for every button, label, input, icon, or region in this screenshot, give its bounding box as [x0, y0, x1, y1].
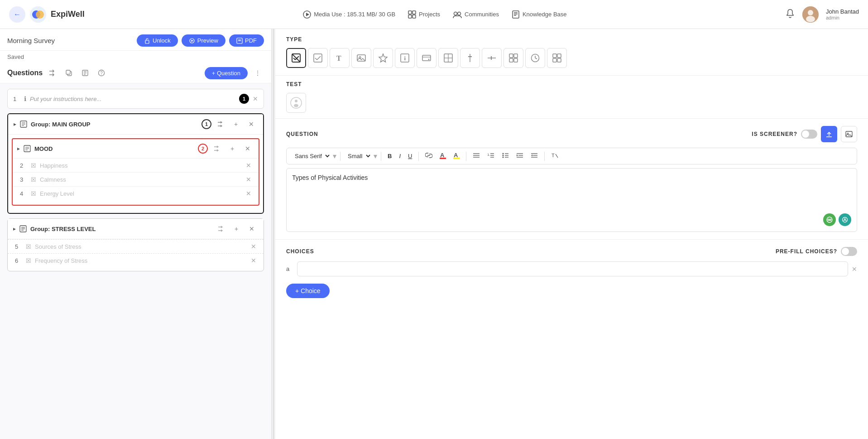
type-star-icon[interactable] [373, 48, 393, 68]
topnav: ← ExpiWell Media Use : 185.31 MB/ 30 GB … [0, 0, 868, 29]
type-photo-icon[interactable] [351, 48, 371, 68]
group-stress-name: Group: STRESS LEVEL [30, 226, 96, 232]
svg-text:A: A [440, 152, 445, 159]
knowledge-base-nav[interactable]: Knowledge Base [512, 10, 567, 19]
close-choice-a[interactable]: ✕ [852, 265, 857, 273]
prefill-group: PRE-FILL CHOICES? [776, 247, 857, 256]
panel-separator [272, 29, 275, 439]
subgroup-mood-close[interactable]: ✕ [241, 142, 254, 155]
svg-text:T: T [336, 54, 341, 62]
survey-header: Morning Survey Unlock Preview PDF [0, 29, 271, 51]
font-family-select[interactable]: Sans Serif [291, 151, 331, 161]
type-text-icon[interactable]: T [330, 48, 350, 68]
underline-btn[interactable]: U [405, 152, 415, 160]
subgroup-mood-shuffle[interactable] [211, 142, 223, 155]
subgroup-mood-chevron[interactable]: ▸ [17, 145, 20, 152]
bell-icon[interactable] [785, 8, 795, 20]
screener-toggle[interactable] [801, 130, 817, 139]
question-textarea[interactable]: Types of Physical Activities [292, 174, 851, 210]
type-icons-row: T i [286, 48, 857, 68]
preview-button[interactable]: Preview [182, 34, 225, 47]
ai-btn[interactable] [839, 213, 851, 226]
screener-upload-btn[interactable] [821, 126, 837, 142]
type-clock-icon[interactable] [525, 48, 545, 68]
left-panel: Morning Survey Unlock Preview PDF Saved [0, 29, 272, 439]
group-main-add[interactable]: + [230, 118, 242, 130]
svg-line-72 [535, 58, 537, 59]
shuffle-icon[interactable] [46, 67, 59, 79]
questions-header: Questions ? + Question ⋮ [0, 63, 271, 83]
type-grid-icon[interactable] [438, 48, 458, 68]
svg-rect-74 [557, 54, 561, 58]
saved-label: Saved [0, 51, 271, 63]
close-calmness[interactable]: ✕ [246, 176, 251, 183]
type-check-icon[interactable] [308, 48, 328, 68]
test-placeholder-icon[interactable] [286, 93, 306, 113]
type-info-icon[interactable]: i [395, 48, 415, 68]
question-textarea-wrapper[interactable]: Types of Physical Activities [286, 168, 857, 232]
close-frequency[interactable]: ✕ [251, 257, 256, 264]
clear-format-btn[interactable]: T [548, 151, 561, 161]
close-happiness[interactable]: ✕ [246, 162, 251, 169]
translate-btn[interactable] [823, 213, 836, 226]
copy-icon[interactable] [62, 67, 75, 79]
group-main-chevron[interactable]: ▸ [14, 121, 16, 127]
brand-name: ExpiWell [51, 10, 85, 19]
badge-subgroup-mood: 2 [198, 144, 208, 154]
prefill-toggle[interactable] [841, 247, 857, 256]
indent-right-btn[interactable] [513, 151, 526, 161]
questions-label: Questions [7, 69, 43, 77]
bold-btn[interactable]: B [385, 152, 394, 160]
user-name: John Bantad [826, 8, 859, 15]
add-question-button[interactable]: + Question [205, 67, 248, 79]
group-stress: ▸ Group: STRESS LEVEL + ✕ 5 [7, 218, 264, 271]
choices-label: CHOICES [286, 248, 314, 255]
communities-nav[interactable]: Communities [453, 10, 499, 19]
group-main-shuffle[interactable] [214, 118, 227, 130]
type-vertical-slider-icon[interactable] [460, 48, 480, 68]
subgroup-mood-actions: 2 + ✕ [198, 142, 254, 155]
font-size-select[interactable]: Small [344, 151, 372, 161]
type-dropdown-icon[interactable] [417, 48, 436, 68]
pdf-button[interactable]: PDF [229, 34, 264, 47]
close-energy[interactable]: ✕ [246, 190, 251, 197]
group-stress-icon [19, 225, 27, 232]
group-stress-add[interactable]: + [230, 222, 243, 235]
indent-left-btn[interactable] [528, 151, 541, 161]
close-sources[interactable]: ✕ [251, 243, 256, 250]
projects-nav[interactable]: Projects [408, 10, 440, 19]
subgroup-mood-name: MOOD [34, 145, 53, 152]
unordered-list-btn[interactable] [499, 151, 512, 161]
back-button[interactable]: ← [9, 6, 25, 23]
group-stress-close[interactable]: ✕ [245, 222, 258, 235]
group-stress-left: ▸ Group: STRESS LEVEL [13, 225, 96, 232]
svg-text:T: T [551, 153, 555, 158]
highlight-btn[interactable]: A [451, 151, 462, 161]
type-image-choice-icon[interactable] [504, 48, 523, 68]
ordered-list-btn[interactable]: 1. [484, 151, 497, 161]
list-icon[interactable] [79, 67, 91, 79]
align-btn[interactable] [470, 151, 483, 161]
svg-rect-5 [412, 11, 416, 14]
choice-a-input[interactable] [297, 261, 848, 276]
question-section-header: QUESTION IS SCREENER? [286, 126, 857, 142]
screener-image-btn[interactable] [841, 126, 857, 142]
group-stress-chevron[interactable]: ▸ [13, 226, 16, 232]
close-q1[interactable]: ✕ [253, 95, 258, 102]
group-stress-shuffle[interactable] [215, 222, 227, 235]
type-more-icon[interactable] [547, 48, 567, 68]
type-checkbox-icon[interactable] [286, 48, 306, 68]
subgroup-mood-add[interactable]: + [226, 142, 239, 155]
text-color-btn[interactable]: A [437, 151, 449, 161]
unlock-button[interactable]: Unlock [137, 34, 178, 47]
add-choice-button[interactable]: + Choice [286, 284, 330, 298]
subgroup-mood-left: ▸ MOOD [17, 145, 53, 152]
type-horizontal-slider-icon[interactable] [482, 48, 502, 68]
group-main-close[interactable]: ✕ [245, 118, 258, 130]
svg-point-79 [294, 104, 298, 107]
italic-btn[interactable]: I [396, 152, 403, 160]
link-btn[interactable] [422, 151, 435, 161]
more-options-icon[interactable]: ⋮ [251, 67, 264, 79]
divider1 [340, 152, 340, 161]
help-icon[interactable]: ? [95, 67, 108, 79]
